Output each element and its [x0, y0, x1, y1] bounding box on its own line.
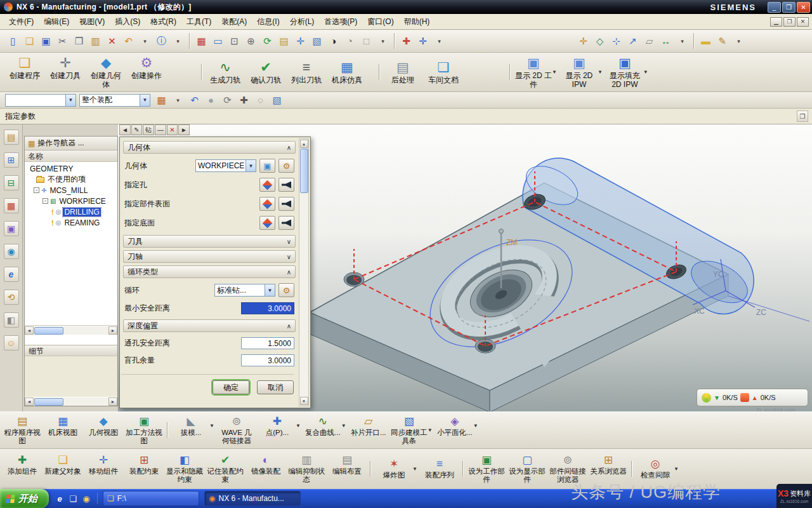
- snap-select-icon[interactable]: ✚: [236, 92, 252, 108]
- tools-dropdown-icon[interactable]: ▾: [431, 33, 447, 49]
- collapse-arrow-icon[interactable]: ∧: [287, 144, 291, 151]
- scrollbar-thumb[interactable]: [34, 327, 63, 335]
- exploded-view-button[interactable]: ✶爆炸图 ▼: [374, 457, 419, 480]
- generate-toolpath-button[interactable]: ∿生成刀轨: [206, 58, 245, 86]
- tree-horizontal-scrollbar[interactable]: ◄ ►: [25, 326, 117, 335]
- set-displayed-part-button[interactable]: ▢设为显示部件: [508, 453, 547, 485]
- display-mode-icon[interactable]: ▭: [210, 33, 226, 49]
- edit-suppression-button[interactable]: ▥编辑抑制状态: [287, 453, 326, 485]
- tree-row-drilling[interactable]: ! ◎ DRILLING: [25, 206, 117, 217]
- tree-row-reaming[interactable]: ! ◎ REAMING: [25, 217, 117, 228]
- scrollbar-thumb[interactable]: [300, 149, 308, 193]
- tree-row-unused-items[interactable]: 不使用的项: [25, 174, 117, 185]
- wcs-display-icon[interactable]: ✛: [575, 33, 591, 49]
- sheet-icon[interactable]: ▤: [276, 33, 292, 49]
- part-navigator-icon[interactable]: ⊟: [4, 175, 19, 190]
- show-hide-constraints-button[interactable]: ◧显示和隐藏约束: [165, 453, 204, 485]
- mirror-assembly-button[interactable]: ◐镜像装配: [246, 453, 285, 476]
- network-speed-widget[interactable]: ▼ 0K/S ▲ 0K/S: [697, 389, 808, 406]
- show-2d-ipw-button[interactable]: ▣显示 2D IPW ▼: [560, 54, 604, 90]
- details-section-header[interactable]: 细节: [25, 345, 117, 356]
- assembly-sequence-button[interactable]: ≡装配序列: [420, 457, 459, 480]
- new-parent-button[interactable]: ❏新建父对象: [43, 453, 82, 476]
- interpart-link-browser-button[interactable]: ⊚部件间链接浏览器: [548, 453, 587, 485]
- create-operation-button[interactable]: ⚙创建操作: [127, 54, 166, 81]
- specify-bottom-button[interactable]: [259, 216, 275, 230]
- vector-constructor-icon[interactable]: ↗: [625, 33, 641, 49]
- selection-scope-combo[interactable]: 整个装配 ▼: [79, 94, 150, 107]
- menu-analysis[interactable]: 分析(L): [285, 15, 320, 29]
- machine-simulation-button[interactable]: ▦机床仿真: [327, 58, 367, 86]
- assembly-constraints-button[interactable]: ⊞装配约束: [124, 453, 164, 476]
- annotation-pencil-icon[interactable]: ✎: [714, 33, 730, 49]
- scroll-right-icon[interactable]: ►: [108, 398, 117, 406]
- shaded-view-icon[interactable]: ▧: [309, 33, 325, 49]
- reuse-library-icon[interactable]: ◉: [4, 244, 19, 259]
- create-geometry-button[interactable]: ◆创建几何体: [86, 54, 126, 90]
- menu-tools[interactable]: 工具(T): [181, 15, 216, 29]
- highlight-bottom-button[interactable]: [278, 216, 294, 230]
- composite-curve-button[interactable]: ∿复合曲线... ▼: [303, 415, 348, 438]
- more-tools-dropdown-icon[interactable]: ▾: [731, 33, 747, 49]
- pan-icon[interactable]: ✛: [292, 33, 308, 49]
- show-filled-2d-ipw-button[interactable]: ▣显示填充 2D IPW ▼: [605, 54, 650, 90]
- cut-icon[interactable]: ✂: [55, 33, 70, 49]
- dialog-tool-icon[interactable]: ✎: [131, 124, 142, 135]
- patch-opening-button[interactable]: ▱补片开口...: [349, 415, 388, 438]
- scroll-up-icon[interactable]: ▲: [300, 140, 308, 148]
- min-clearance-input[interactable]: 3.0000: [241, 302, 294, 314]
- edit-cycle-button[interactable]: ⚙: [278, 283, 294, 297]
- chevron-down-icon[interactable]: ▼: [246, 160, 256, 171]
- rotate-orbit-icon[interactable]: ⟳: [219, 92, 235, 108]
- edit-arrangement-button[interactable]: ▤编辑布置: [327, 453, 367, 476]
- expander-icon[interactable]: -: [43, 198, 48, 204]
- menu-edit[interactable]: 编辑(E): [39, 15, 74, 29]
- show-desktop-icon[interactable]: ❏: [67, 493, 79, 504]
- menu-window[interactable]: 窗口(O): [362, 15, 398, 29]
- start-button[interactable]: 开始: [0, 489, 49, 508]
- geometry-combo[interactable]: WORKPIECE ▼: [195, 159, 256, 172]
- highlight-part-surface-button[interactable]: [278, 197, 294, 211]
- program-order-view-button[interactable]: ▤程序顺序视图: [3, 415, 42, 446]
- previous-selection-icon[interactable]: ↶: [187, 92, 202, 108]
- snap-point-icon[interactable]: ◇: [592, 33, 608, 49]
- lasso-select-icon[interactable]: ◌: [252, 92, 268, 108]
- section-tool[interactable]: 刀具 ∨: [123, 235, 296, 248]
- specify-holes-button[interactable]: [259, 178, 275, 192]
- constraint-navigator-icon[interactable]: ⊞: [4, 152, 19, 168]
- move-component-button[interactable]: ✛移动组件: [84, 453, 123, 476]
- postprocess-button[interactable]: ▤后处理: [383, 58, 422, 86]
- show-2d-workpiece-button[interactable]: ▣显示 2D 工件 ▼: [514, 54, 558, 90]
- selection-palette-icon[interactable]: ▦: [154, 92, 169, 108]
- menu-assemblies[interactable]: 装配(A): [216, 15, 252, 29]
- menu-file[interactable]: 文件(F): [4, 15, 39, 29]
- materials-icon[interactable]: ◧: [4, 312, 19, 328]
- expand-arrow-icon[interactable]: ∨: [287, 238, 291, 245]
- dynamic-csys-icon[interactable]: ✛: [415, 33, 431, 49]
- tree-row-mcs-mill[interactable]: - ✛ MCS_MILL: [25, 185, 117, 196]
- background-color-icon[interactable]: □: [358, 33, 374, 49]
- shop-documentation-button[interactable]: ❏车间文档: [424, 58, 463, 86]
- expand-arrow-icon[interactable]: ∨: [287, 253, 291, 260]
- cube-display-icon[interactable]: ▧: [269, 92, 285, 108]
- section-depth-offset[interactable]: 深度偏置 ∧: [123, 319, 296, 332]
- type-filter-combo[interactable]: ▼: [5, 94, 76, 107]
- details-horizontal-scrollbar[interactable]: ◄ ►: [25, 397, 117, 406]
- close-button[interactable]: ✕: [797, 2, 810, 13]
- delete-icon[interactable]: ✕: [104, 33, 120, 49]
- point-constructor-icon[interactable]: ⊹: [608, 33, 624, 49]
- tree-row-geometry[interactable]: GEOMETRY: [25, 163, 117, 174]
- add-component-button[interactable]: ✚添加组件: [3, 453, 42, 476]
- tree-row-workpiece[interactable]: - ▧ WORKPIECE: [25, 196, 117, 206]
- render-style-icon[interactable]: ◑: [325, 33, 341, 49]
- specify-part-surface-button[interactable]: [259, 197, 275, 211]
- face-analysis-icon[interactable]: ◔: [342, 33, 358, 49]
- blind-stock-input[interactable]: 3.0000: [241, 354, 294, 366]
- scroll-down-icon[interactable]: ▼: [300, 397, 308, 405]
- menu-information[interactable]: 信息(I): [252, 15, 284, 29]
- refresh-view-icon[interactable]: ⟳: [259, 33, 275, 49]
- highlight-sphere-icon[interactable]: ●: [203, 92, 219, 108]
- cycle-combo[interactable]: 标准钻... ▼: [214, 284, 275, 297]
- collapse-arrow-icon[interactable]: ∧: [287, 323, 291, 330]
- synchronous-modeling-toolbar-button[interactable]: ▧同步建模工具条 ▼: [390, 415, 434, 446]
